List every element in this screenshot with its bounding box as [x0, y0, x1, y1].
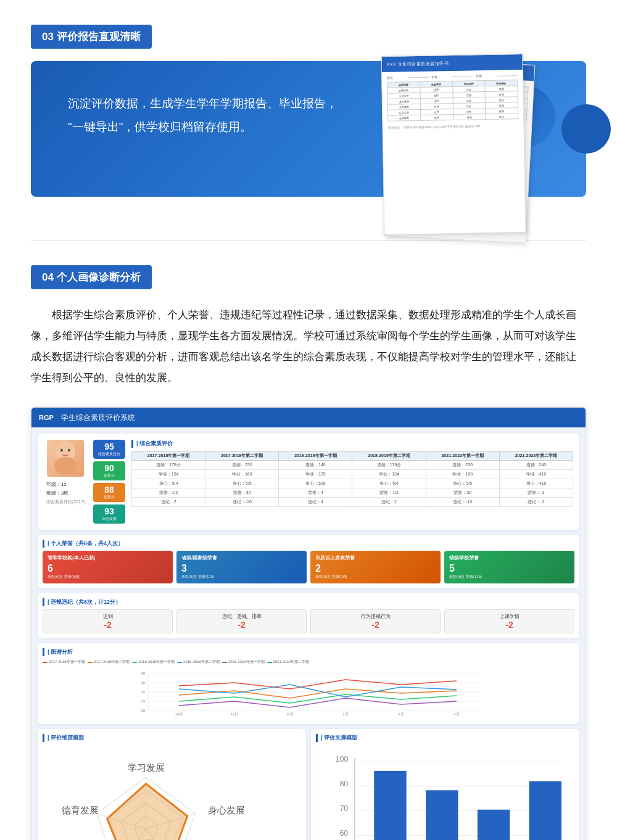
section-04-paragraph: 根据学生综合素质评价、个人荣誉、违规违纪等过程性记录，通过数据采集、数据处理形成… — [31, 305, 586, 389]
paper-label-name: 姓名 — [387, 75, 405, 80]
student-extra: 综合素质评价(2017) — [46, 498, 85, 506]
dash-chart-row: | 评价维度模型 — [38, 729, 579, 840]
legend-dot-1 — [43, 662, 48, 663]
paper-body-front: 姓名 学号 班级 评价维度学期评价学年评价毕业评价 道德品质优秀良好优秀 学业水… — [382, 70, 524, 134]
legend-4: 2018-2019年第二学期 — [177, 659, 220, 665]
violations-section-title: | 违规违纪（共6次，计12分） — [43, 598, 574, 606]
dash-bar-chart: | 评价支撑模型 100 80 70 60 50 — [311, 729, 579, 840]
svg-text:身心发展: 身心发展 — [208, 805, 245, 815]
score-badge-total: 95 综合素质总分 — [93, 440, 125, 459]
cell-3-1: 身心：5/4 — [132, 479, 205, 488]
achievement-cards: 管学学校奖(本人已获) 6 表彰(6)次 荣誉(5)项 省级/国家级荣誉 3 表… — [43, 551, 574, 583]
cell-2-4: 学业：134 — [352, 470, 426, 479]
cell-3-4: 身心：5/4 — [352, 479, 426, 488]
table-header-6: 2021-2022年第二学期 — [499, 451, 573, 461]
cell-1-4: 道德：178分 — [352, 461, 426, 470]
svg-rect-49 — [478, 810, 510, 840]
cell-5-2: 违纪：-10 — [205, 498, 279, 507]
paper-line1 — [408, 76, 429, 78]
cell-5-4: 违纪：2 — [352, 498, 426, 507]
bar-section-title: | 评价支撑模型 — [316, 734, 574, 742]
radar-section-title: | 评价维度模型 — [43, 734, 301, 742]
dash-main: 年级：12 班级：3班 综合素质评价(2017) 95 综合素质总分 90 — [31, 427, 586, 840]
vio-tag-2: 违纪、违规、违章 -2 — [176, 609, 307, 633]
svg-text:30: 30 — [141, 672, 145, 675]
cell-1-6: 道德：240 — [499, 461, 573, 470]
section-03-title: 03 评价报告直观清晰 — [42, 30, 141, 44]
student-class: 班级：3班 — [46, 489, 85, 498]
paper-label-id: 学号 — [431, 75, 450, 79]
vio-tag-1: 迟到 -2 — [43, 609, 173, 633]
cell-1-1: 道德：178分 — [132, 461, 205, 470]
cell-5-5: 违纪：-10 — [426, 498, 499, 507]
dash-title: 学生综合素质评价系统 — [61, 413, 135, 423]
score-badge-moral: 90 德育分 — [93, 461, 125, 480]
chart-legend: 2017-2018年第一学期 2017-2018年第二学期 2018-2019年… — [43, 659, 574, 665]
radar-svg: 学习发展 身心发展 社会发展 劳动发展 德育发展 — [43, 745, 301, 840]
cell-4-6: 荣誉：-1 — [499, 488, 573, 498]
cell-1-5: 道德：230 — [426, 461, 499, 470]
cell-5-1: 违纪：2 — [132, 498, 205, 507]
achievement-section-title: | 个人荣誉（共6条，共4人次） — [43, 540, 574, 548]
cell-3-3: 身心：528 — [279, 479, 352, 488]
table-row: 身心：5/4 身心：5/5 身心：528 身心：5/4 身心：5/5 身心：41… — [132, 479, 573, 488]
dash-comprehensive-table: | 综合素质评价 2017-2018年第一学期 2017-2018年第二学期 2… — [131, 440, 573, 524]
dash-student-info: 年级：12 班级：3班 综合素质评价(2017) — [46, 480, 85, 506]
section-03: 03 评价报告直观清晰 沉淀评价数据，生成学生学年学期报告、毕业报告， "一键导… — [0, 0, 617, 240]
legend-6: 2021-2022年第二学期 — [267, 659, 310, 665]
comprehensive-table: 2017-2018年第一学期 2017-2018年第二学期 2018-2019年… — [131, 451, 573, 507]
cell-1-2: 道德：230 — [205, 461, 279, 470]
cell-3-6: 身心：416 — [499, 479, 573, 488]
dash-avatar — [47, 440, 84, 477]
paper-row1: 姓名 学号 班级 — [387, 73, 518, 80]
svg-point-2 — [68, 449, 70, 452]
dash-achievement-section: | 个人荣誉（共6条，共4人次） 管学学校奖(本人已获) 6 表彰(6)次 荣誉… — [38, 535, 579, 588]
paper-label-class: 班级 — [476, 74, 494, 78]
line-chart-svg: 30 25 20 15 10 10月 11月 12月 1月 2月 3月 — [43, 667, 574, 717]
line-chart-section-title: | 图谱分析 — [43, 648, 574, 656]
table-header-4: 2018-2019年第二学期 — [352, 451, 426, 461]
score-badge-intel: 88 智育分 — [93, 483, 125, 502]
report-image-container: 综合素质发展报告书 项目内容评分 德育表现良好A 智育成绩优秀A 体育积极参与B… — [370, 55, 555, 252]
svg-text:100: 100 — [335, 755, 348, 764]
table-row: 学业：134 学业：168 学业：125 学业：134 学业：168 学业：41… — [132, 470, 573, 479]
section-03-header: 03 评价报告直观清晰 — [31, 25, 152, 49]
legend-dot-6 — [267, 662, 272, 663]
legend-dot-5 — [222, 662, 227, 663]
section-03-content: 沉淀评价数据，生成学生学年学期报告、毕业报告， "一键导出"，供学校归档留存使用… — [31, 49, 586, 221]
svg-text:3月: 3月 — [453, 712, 459, 716]
ach-card-4: 镇级学校荣誉 5 表彰(4)次 荣誉(136) — [444, 551, 574, 583]
legend-3: 2018-2019年第一学期 — [132, 659, 175, 665]
svg-text:20: 20 — [141, 690, 145, 694]
svg-text:11月: 11月 — [231, 712, 239, 716]
legend-dot-4 — [177, 662, 182, 663]
dash-student-scores: 95 综合素质总分 90 德育分 88 智育分 93 — [93, 440, 125, 524]
cell-2-6: 学业：416 — [499, 470, 573, 479]
ach-card-2: 省级/国家级荣誉 3 表彰(3)次 荣誉(170) — [176, 551, 307, 583]
ach-card-3: 市及以上发表荣誉 2 表彰(2)次 荣誉(2)项 — [310, 551, 441, 583]
table-row: 荣誉：1/2 荣誉：30 荣誉：4 荣誉：1/2 荣誉：30 荣誉：-1 — [132, 488, 573, 498]
ach-card-1: 管学学校奖(本人已获) 6 表彰(6)次 荣誉(5)项 — [43, 551, 173, 583]
dash-line-chart-section: | 图谱分析 2017-2018年第一学期 2017-2018年第二学期 — [38, 643, 579, 724]
dash-logo: RGP — [39, 414, 54, 421]
svg-text:80: 80 — [339, 780, 348, 788]
table-header-5: 2021-2022年第一学期 — [426, 451, 499, 461]
svg-marker-30 — [107, 784, 188, 840]
table-header-2: 2017-2018年第二学期 — [205, 451, 279, 461]
table-header-1: 2017-2018年第一学期 — [132, 451, 205, 461]
svg-text:10月: 10月 — [175, 712, 183, 716]
violation-tags: 迟到 -2 违纪、违规、违章 -2 行为违规行为 -2 上课学情 — [43, 609, 574, 633]
section-04: 04 个人画像诊断分析 根据学生综合素质评价、个人荣誉、违规违纪等过程性记录，通… — [0, 241, 617, 840]
svg-rect-47 — [374, 771, 406, 840]
paper-line2 — [452, 76, 473, 77]
table-row: 道德：178分 道德：230 道德：140 道德：178分 道德：230 道德：… — [132, 461, 573, 470]
svg-text:25: 25 — [141, 681, 145, 685]
dash-violations-section: | 违规违纪（共6次，计12分） 迟到 -2 违纪、违规、违章 -2 行为违规行… — [38, 593, 579, 638]
paper-line3 — [497, 75, 518, 76]
cell-2-5: 学业：168 — [426, 470, 499, 479]
svg-text:15: 15 — [141, 699, 145, 703]
legend-dot-3 — [132, 662, 137, 663]
vio-tag-4: 上课学情 -2 — [444, 609, 574, 633]
report-doc: 综合素质发展报告书 项目内容评分 德育表现良好A 智育成绩优秀A 体育积极参与B… — [370, 55, 555, 252]
dash-topbar: RGP 学生综合素质评价系统 — [31, 408, 586, 427]
